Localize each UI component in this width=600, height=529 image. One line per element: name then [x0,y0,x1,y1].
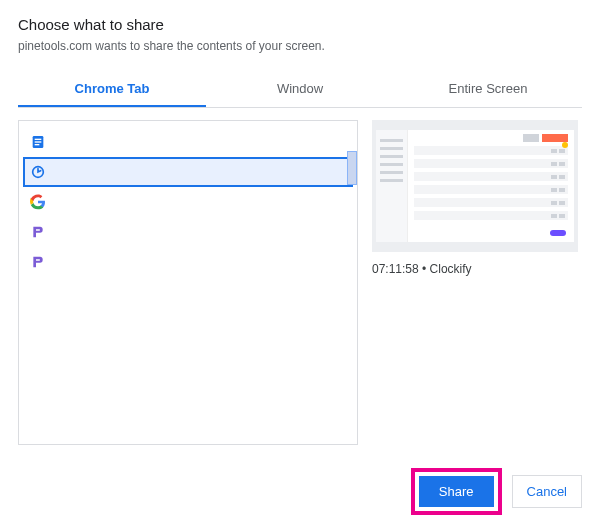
preview-caption: 07:11:58 • Clockify [372,262,582,276]
tab-list-item[interactable] [23,187,353,217]
tab-entire-screen[interactable]: Entire Screen [394,71,582,107]
tab-list-item[interactable] [23,157,353,187]
tab-chrome-tab[interactable]: Chrome Tab [18,71,206,107]
share-button[interactable]: Share [419,476,494,507]
dialog-subtitle: pinetools.com wants to share the content… [18,39,582,53]
content-area: 07:11:58 • Clockify [18,108,582,460]
share-highlight: Share [411,468,502,515]
doc-icon [29,133,47,151]
tab-list-item[interactable] [23,217,353,247]
tab-list [19,121,357,283]
cancel-button[interactable]: Cancel [512,475,582,508]
share-type-tabs: Chrome Tab Window Entire Screen [18,71,582,108]
google-icon [29,193,47,211]
tab-list-pane [18,120,358,445]
svg-rect-2 [35,141,42,142]
dialog-footer: Share Cancel [18,460,582,515]
svg-rect-1 [35,139,42,140]
scrollbar-thumb[interactable] [347,151,357,185]
tab-window[interactable]: Window [206,71,394,107]
tab-preview[interactable] [372,120,578,252]
dialog-title: Choose what to share [18,16,582,33]
clockify-icon [29,163,47,181]
preview-pane: 07:11:58 • Clockify [372,120,582,460]
share-dialog: Choose what to share pinetools.com wants… [0,0,600,529]
tab-label: Window [277,81,323,96]
app-purple-icon [29,223,47,241]
tab-label: Chrome Tab [75,81,150,96]
tab-list-item[interactable] [23,127,353,157]
svg-rect-3 [35,144,40,145]
tab-list-item[interactable] [23,247,353,277]
app-purple-icon [29,253,47,271]
tab-label: Entire Screen [449,81,528,96]
